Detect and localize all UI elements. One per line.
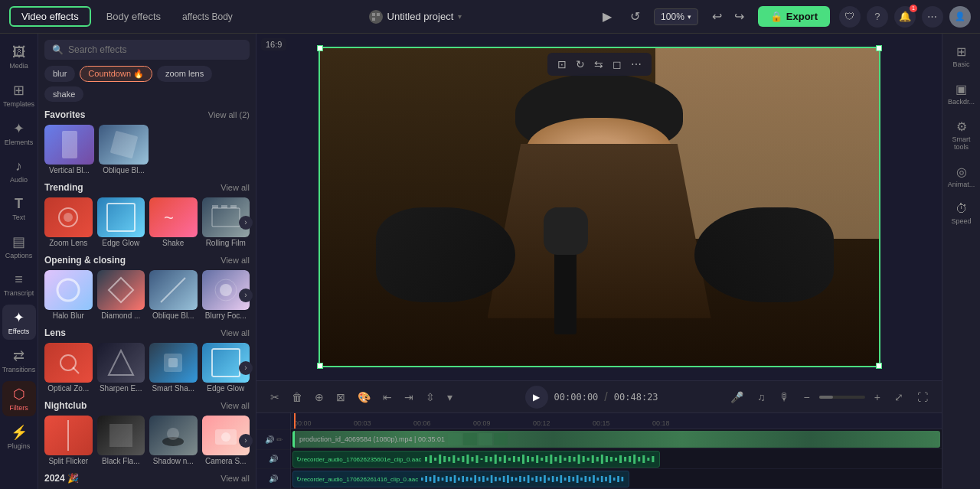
timeline-playhead[interactable] [294,413,296,429]
effect-vertical-blur[interactable]: Vertical Bl... [44,125,94,174]
resize-handle-tr[interactable] [876,45,882,51]
effect-black-flash[interactable]: Black Fla... [97,416,145,465]
audio-clip-2[interactable]: ↻ recorder_audio_170626261416_clip_0.aac [292,471,629,487]
resize-handle-br[interactable] [876,363,882,369]
nightclub-view-all[interactable]: View all [220,401,250,410]
effect-oblique-blur[interactable]: Oblique Bl... [99,125,149,174]
video-track-volume-icon[interactable]: 🔊 [265,435,274,444]
opening-next-icon[interactable]: › [239,289,253,302]
sidebar-item-elements[interactable]: ✦ Elements [2,116,36,151]
nightclub-next-icon[interactable]: › [239,434,253,448]
expand-button[interactable]: ⤢ [890,388,908,406]
sidebar-item-templates[interactable]: ⊞ Templates [2,77,36,112]
effect-oblique-bl[interactable]: Oblique Bl... [149,270,198,320]
video-frame[interactable]: ⊡ ↻ ⇆ ◻ ⋯ [318,47,880,367]
right-panel-smart-tools[interactable]: ⚙ Smart tools [945,115,978,155]
shield-icon-btn[interactable]: 🛡 [839,6,861,28]
mask-button[interactable]: ◻ [609,56,626,73]
resize-handle-bl[interactable] [317,363,323,369]
rotate-button[interactable]: ↻ [572,56,589,73]
effect-edge-glow[interactable]: Edge Glow [97,197,145,247]
trending-view-all[interactable]: View all [220,183,250,192]
video-effects-tab[interactable]: Video effects [9,6,91,27]
svg-rect-109 [552,476,554,482]
redo-button[interactable]: ↪ [730,8,749,25]
svg-rect-74 [642,455,645,463]
filter-tag-shake[interactable]: shake [44,86,83,102]
help-icon-btn[interactable]: ? [867,6,888,28]
effect-shake[interactable]: ~ Shake [149,197,198,247]
loop-button[interactable]: ↺ [626,8,645,25]
right-panel-animate[interactable]: ◎ Animat... [945,160,978,193]
sidebar-item-audio[interactable]: ♪ Audio [2,154,36,188]
cut-button[interactable]: ✂ [266,388,284,406]
more-video-button[interactable]: ⋯ [627,56,645,73]
effect-zoom-lens[interactable]: Zoom Lens [44,197,93,247]
duplicate-button[interactable]: ⊕ [310,388,328,406]
effect-sharpen-e[interactable]: Sharpen E... [97,343,145,393]
search-input[interactable] [68,44,242,55]
filter-tag-blur[interactable]: blur [44,66,75,82]
notification-icon-btn[interactable]: 🔔 1 [894,6,916,28]
trending-next-icon[interactable]: › [239,216,253,230]
audio2-volume-icon[interactable]: 🔊 [269,474,278,483]
flip-button[interactable]: ⇆ [590,56,607,73]
sidebar-item-transcript[interactable]: ≡ Transcript [2,267,36,302]
effect-optical-zo[interactable]: Optical Zo... [44,343,93,393]
sidebar-item-text[interactable]: T Text [2,191,36,226]
zoom-out-button[interactable]: − [799,388,815,406]
zoom-slider[interactable] [819,396,865,399]
video-clip[interactable]: production_id_4069584 (1080p).mp4 | 00:3… [292,431,940,448]
dropdown-button[interactable]: ▾ [443,388,457,406]
video-track-edit-icon[interactable]: ✏ [276,435,283,444]
sidebar-item-plugins[interactable]: ⚡ Plugins [2,419,36,455]
user-avatar[interactable]: 👤 [949,6,971,28]
video-track-row: production_id_4069584 (1080p).mp4 | 00:3… [291,429,942,449]
year2024-view-all[interactable]: View all [220,474,250,483]
effect-split-flicker[interactable]: Split Flicker [44,416,93,465]
align-left-button[interactable]: ⇤ [378,388,397,406]
svg-rect-71 [629,456,631,462]
resize-handle-tl[interactable] [317,45,323,51]
split-button[interactable]: ⊠ [332,388,350,406]
fullscreen-button[interactable]: ⛶ [913,388,933,406]
right-panel-speed[interactable]: ⏱ Speed [945,197,978,230]
sidebar-item-transitions[interactable]: ⇄ Transitions [2,343,36,378]
right-panel-backdrop[interactable]: ▣ Backdr... [945,77,978,110]
filter-tag-countdown[interactable]: Countdown 🔥 [80,66,152,82]
effect-halo-blur[interactable]: Halo Blur [44,270,93,320]
lens-view-all[interactable]: View all [220,328,250,337]
body-effects-tab[interactable]: Body effects [96,8,172,25]
export-button[interactable]: 🔒 Export [758,6,830,27]
effect-shadow-n[interactable]: Shadow n... [149,416,198,465]
effect-smart-sha[interactable]: Smart Sha... [149,343,198,393]
more-options-btn[interactable]: ⋯ [922,6,943,28]
music-button[interactable]: ♫ [753,388,770,406]
svg-rect-77 [421,478,423,481]
opening-view-all[interactable]: View all [220,256,250,265]
zoom-in-button[interactable]: + [870,388,885,406]
favorites-view-all[interactable]: View all (2) [208,110,250,119]
audio-clip-1[interactable]: ↻ recorder_audio_170626235601e_clip_0.aa… [292,451,660,468]
play-pause-button[interactable]: ▶ [525,386,548,409]
lens-next-icon[interactable]: › [239,361,253,375]
crop-button[interactable]: ⊡ [554,56,570,73]
mic-button[interactable]: 🎤 [726,388,748,406]
color-button[interactable]: 🎨 [353,388,375,406]
right-panel-basic[interactable]: ⊞ Basic [945,40,978,73]
effect-diamond[interactable]: Diamond ... [97,270,145,320]
project-name[interactable]: Untitled project ▾ [369,10,462,24]
sidebar-item-filters[interactable]: ⬡ Filters [2,381,36,416]
voiceover-button[interactable]: 🎙 [775,388,795,406]
sidebar-item-media[interactable]: 🖼 Media [2,40,36,74]
sidebar-item-effects[interactable]: ✦ Effects [2,305,36,340]
trim-button[interactable]: ⇳ [421,388,439,406]
audio1-volume-icon[interactable]: 🔊 [269,455,278,463]
delete-button[interactable]: 🗑 [287,388,307,406]
undo-button[interactable]: ↩ [707,8,727,25]
sidebar-item-captions[interactable]: ▤ Captions [2,229,36,264]
filter-tag-zoom-lens[interactable]: zoom lens [157,66,212,82]
play-button[interactable]: ▶ [598,8,616,25]
align-right-button[interactable]: ⇥ [400,388,418,406]
zoom-control[interactable]: 100% ▾ [654,8,698,25]
